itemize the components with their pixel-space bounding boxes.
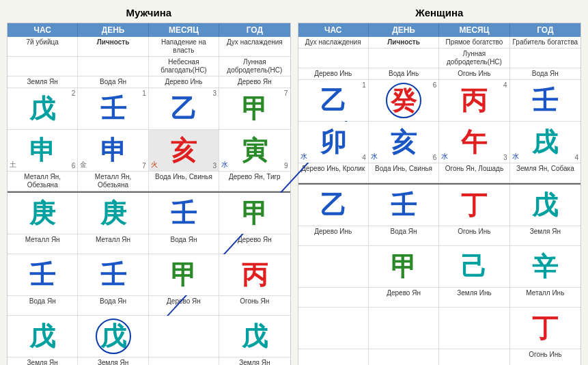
- female-s2-char1-1: 壬: [369, 185, 439, 226]
- male-info2-0: [8, 57, 78, 76]
- female-bottom-char-2: 水 3 午: [439, 122, 509, 163]
- female-bottom-corner-br-2: 3: [503, 154, 507, 161]
- male-top-corner-tr-1: 1: [142, 90, 146, 97]
- female-s2-char3-main-3: 丁: [532, 315, 558, 341]
- female-bottom-corner-bl-0: 水: [300, 152, 307, 161]
- male-info2-2: Небесная благодать(НС): [149, 57, 219, 76]
- female-bottom-corner-br-1: 6: [433, 154, 437, 161]
- male-bottom-char-1: 金 7 申: [78, 130, 148, 171]
- male-s2-label1-3: Дерево Ян: [219, 234, 290, 254]
- female-top-char-0: 1 乙: [298, 80, 369, 121]
- male-header-2: МЕСЯЦ: [149, 23, 219, 37]
- female-s2-char2-1: 甲: [369, 246, 439, 287]
- female-info1-2: Прямое богатство: [439, 37, 509, 48]
- male-s2-char2-main-3: 丙: [242, 262, 268, 288]
- male-s2-label-row2: Вода Ян Вода Ян Дерево Ян Огонь Ян: [8, 296, 290, 316]
- male-top-char-row: 2 戊 1 壬 3 乙 7 甲: [8, 88, 290, 130]
- male-top-corner-tr-0: 2: [72, 90, 76, 97]
- female-top-char-main-0: 乙: [320, 87, 346, 113]
- female-s2-label1-2: Огонь Инь: [439, 226, 509, 245]
- male-elem-2: Дерево Инь: [149, 77, 219, 87]
- male-bottom-char-row: 土 6 申 金 7 申 火 3 亥 水 9 寅: [8, 130, 290, 172]
- female-s2-char2-2: 己: [439, 246, 509, 287]
- male-s2-char1-main-3: 甲: [242, 200, 268, 226]
- male-bottom-char-0: 土 6 申: [8, 130, 78, 171]
- male-s2-label1-0: Металл Ян: [8, 234, 78, 254]
- female-top-char-row: 1 乙 6 癸 4 丙 壬: [298, 80, 581, 122]
- male-top-corner-tr-3: 7: [284, 90, 288, 97]
- male-s2-label1-2: Вода Ян: [149, 234, 219, 254]
- male-bottom-char-main-0: 申: [29, 137, 55, 163]
- male-bottom-char-2: 火 3 亥: [149, 130, 219, 171]
- female-s2-char3-0: [298, 308, 369, 349]
- female-s2-char2-0: [298, 246, 369, 287]
- male-top-char-main-1: 壬: [100, 96, 126, 122]
- male-s2-label2-1: Вода Ян: [78, 296, 148, 315]
- female-header-0: ЧАС: [298, 23, 369, 37]
- male-top-char-1: 1 壬: [78, 88, 148, 129]
- female-bottom-char-main-1: 亥: [391, 129, 417, 155]
- female-s2-char1-2: 丁: [439, 185, 509, 226]
- male-section: Мужчина ЧАС ДЕНЬ МЕСЯЦ ГОД 7й убийца Лич…: [7, 7, 291, 365]
- female-bottom-corner-br-0: 4: [362, 154, 366, 161]
- female-s2-char2-main-3: 辛: [532, 254, 558, 280]
- female-bottom-corner-bl-2: 水: [441, 152, 448, 161]
- female-s2-char-row3: 丁: [298, 308, 581, 349]
- male-s2-label3-1: Земля Ян: [78, 357, 148, 365]
- male-s2-char1-main-1: 庚: [100, 200, 126, 226]
- female-s2-char3-1: [369, 308, 439, 349]
- male-s2-char-row1: 庚 庚 壬 甲: [8, 193, 290, 234]
- female-s2-label3-0: [298, 349, 369, 365]
- male-s2-label-row1: Металл Ян Металл Ян Вода Ян Дерево Ян: [8, 234, 290, 254]
- male-s2-char2-main-2: 甲: [171, 262, 197, 288]
- male-s2-char-row2: 壬 壬 甲 丙: [8, 254, 290, 296]
- female-top-char-main-3: 壬: [532, 87, 558, 113]
- female-top-char-3: 壬: [510, 80, 580, 121]
- male-header-1: ДЕНЬ: [78, 23, 148, 37]
- female-s2-char2-main-2: 己: [461, 254, 487, 280]
- male-s2-label1-1: Металл Ян: [78, 234, 148, 254]
- female-header-3: ГОД: [510, 23, 580, 37]
- male-top-char-main-3: 甲: [242, 96, 268, 122]
- female-bottom-char-1: 水 6 亥: [369, 122, 439, 163]
- male-s2-char3-0: 戊: [8, 316, 78, 357]
- female-s2-char1-main-1: 壬: [391, 192, 417, 218]
- female-s2-char3-3: 丁: [510, 308, 580, 349]
- female-s2-label3-3: Огонь Инь: [510, 349, 580, 365]
- male-bottom-char-main-3: 寅: [242, 137, 268, 163]
- male-s2-char3-main-3: 戊: [242, 323, 268, 349]
- male-label-1: Металл Ян, Обезьяна: [78, 172, 148, 191]
- male-label-3: Дерево Ян, Тигр: [219, 172, 290, 191]
- female-top-char-2: 4 丙: [439, 80, 509, 121]
- female-s2-label1-1: Вода Ян: [369, 226, 439, 245]
- female-s2-label2-3: Металл Инь: [510, 288, 580, 307]
- female-s2-char1-0: 乙: [298, 185, 369, 226]
- male-bottom-corner-br-3: 9: [284, 162, 288, 170]
- male-bottom-char-main-2: 亥: [171, 137, 197, 163]
- male-bottom-corner-bl-1: 金: [80, 160, 87, 170]
- female-info2-2: Лунная добродетель(НС): [439, 49, 509, 68]
- female-s2-char2-3: 辛: [510, 246, 580, 287]
- male-bottom-corner-bl-0: 土: [10, 160, 16, 170]
- male-s2-char1-main-2: 壬: [171, 200, 197, 226]
- female-s2-label1-0: Дерево Инь: [298, 226, 369, 245]
- male-elem-0: Земля Ян: [8, 77, 78, 87]
- female-label-0: Дерево Инь, Кролик: [298, 163, 369, 182]
- male-s2-char2-main-0: 壬: [29, 262, 55, 288]
- female-top-corner-tr-0: 1: [362, 81, 366, 89]
- female-elem-3: Вода Ян: [510, 68, 580, 79]
- female-info1-0: Дух наслаждения: [298, 37, 369, 48]
- male-info-row2: Небесная благодать(НС) Лунная добродетел…: [8, 57, 290, 77]
- male-s2-char3-2: [149, 316, 219, 357]
- male-info1-1: Личность: [78, 37, 148, 56]
- female-element-row: Дерево Инь Вода Инь Огонь Инь Вода Ян: [298, 68, 581, 80]
- male-info1-2: Нападение на власть: [149, 37, 219, 56]
- male-grid: ЧАС ДЕНЬ МЕСЯЦ ГОД 7й убийца Личность На…: [7, 23, 291, 365]
- female-label-row: Дерево Инь, Кролик Вода Инь, Свинья Огон…: [298, 163, 581, 183]
- male-bottom-char-main-1: 申: [100, 137, 126, 163]
- female-s2-char1-3: 戊: [510, 185, 580, 226]
- female-elem-0: Дерево Инь: [298, 68, 369, 79]
- male-info-row1: 7й убийца Личность Нападение на власть Д…: [8, 37, 290, 57]
- male-bottom-char-3: 水 9 寅: [219, 130, 290, 171]
- male-bottom-corner-br-0: 6: [72, 162, 76, 170]
